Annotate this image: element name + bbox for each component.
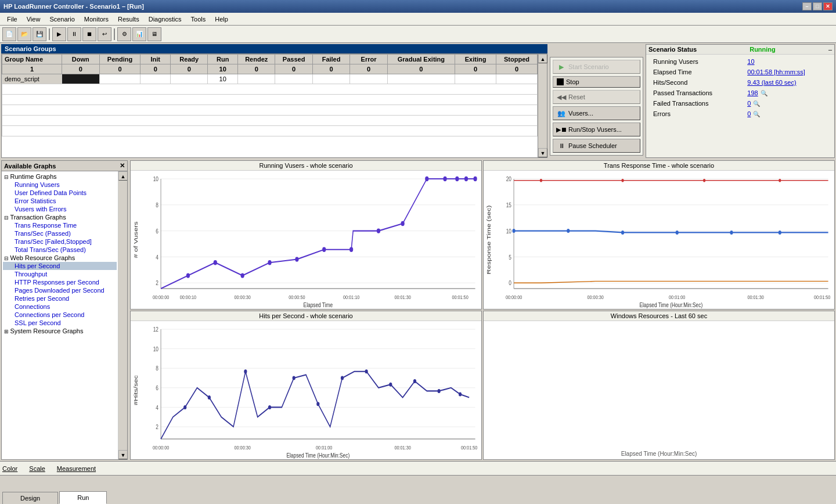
graph-http-responses[interactable]: HTTP Responses per Second: [3, 278, 117, 286]
status-value-failedtx[interactable]: 0: [747, 100, 751, 107]
status-minimize[interactable]: –: [828, 46, 832, 53]
status-row-failedtx: Failed Transactions 0 🔍: [648, 99, 832, 108]
status-row-elapsed: Elapsed Time 00:01:58 [hh:mm:ss]: [648, 67, 832, 77]
tab-run[interactable]: Run: [59, 491, 107, 504]
graph-trans-sec-passed[interactable]: Trans/Sec (Passed): [3, 229, 117, 237]
summary-down: 0: [62, 64, 99, 74]
toolbar-btn5[interactable]: ⏸: [67, 27, 81, 41]
menu-view[interactable]: View: [22, 15, 45, 24]
close-button[interactable]: ✕: [823, 2, 833, 10]
status-row-vusers: Running Vusers 10: [648, 57, 832, 66]
search-errors-icon[interactable]: 🔍: [753, 111, 760, 117]
lower-area: Available Graphs ✕ Runtime Graphs Runnin…: [0, 159, 836, 461]
svg-text:00:01:10: 00:01:10: [343, 294, 360, 300]
svg-text:8: 8: [156, 201, 158, 208]
toolbar-save[interactable]: 💾: [33, 27, 46, 41]
svg-text:15: 15: [506, 201, 512, 208]
menu-help[interactable]: Help: [210, 15, 233, 24]
legend-measurement-tab[interactable]: Measurement: [57, 465, 96, 472]
legend-color-tab[interactable]: Color: [2, 465, 17, 472]
scenario-groups-title: Scenario Groups: [1, 44, 547, 53]
toolbar-btn4[interactable]: ▶: [52, 27, 66, 41]
status-value-vusers[interactable]: 10: [747, 58, 754, 65]
graphs-list-scrollbar[interactable]: ▲ ▼: [118, 171, 127, 459]
graph-vusers-errors[interactable]: Vusers with Errors: [3, 205, 117, 213]
minimize-button[interactable]: –: [802, 2, 812, 10]
graph-trans-response[interactable]: Trans Response Time: [3, 221, 117, 229]
maximize-button[interactable]: □: [813, 2, 822, 10]
status-value-elapsed[interactable]: 00:01:58 [hh:mm:ss]: [747, 69, 805, 75]
scroll-up[interactable]: ▲: [538, 54, 547, 63]
svg-text:Elapsed Time: Elapsed Time: [304, 301, 333, 308]
graph-user-defined[interactable]: User Defined Data Points: [3, 189, 117, 197]
menu-scenario[interactable]: Scenario: [45, 15, 79, 24]
status-value-hits[interactable]: 9.43 (last 60 sec): [747, 79, 796, 86]
svg-text:20: 20: [506, 175, 512, 182]
svg-text:00:01:00: 00:01:00: [316, 444, 333, 451]
search-passed-icon[interactable]: 🔍: [761, 90, 767, 96]
svg-text:#Hits/sec: #Hits/sec: [133, 375, 139, 405]
menu-monitors[interactable]: Monitors: [80, 15, 113, 24]
stop-button[interactable]: Stop: [553, 76, 640, 88]
run-stop-vusers-button[interactable]: ▶⏹ Run/Stop Vusers...: [553, 123, 640, 136]
toolbar-btn8[interactable]: ⚙: [117, 27, 131, 41]
status-value-errors[interactable]: 0: [747, 110, 751, 117]
graph-retries[interactable]: Retries per Second: [3, 294, 117, 303]
tab-design[interactable]: Design: [2, 492, 58, 504]
menu-tools[interactable]: Tools: [186, 15, 211, 24]
col-pending: Pending: [99, 55, 140, 64]
category-web-resource[interactable]: Web Resource Graphs: [3, 254, 117, 262]
graphs-list: Runtime Graphs Running Vusers User Defin…: [2, 171, 118, 459]
summary-count: 1: [2, 64, 62, 74]
toolbar-btn10[interactable]: 🖥: [147, 27, 161, 41]
toolbar-btn9[interactable]: 📊: [132, 27, 146, 41]
col-error: Error: [350, 55, 387, 64]
start-scenario-button[interactable]: ▶ Start Scenario: [553, 60, 640, 74]
category-transaction[interactable]: Transaction Graphs: [3, 213, 117, 221]
svg-text:00:01:30: 00:01:30: [394, 444, 411, 451]
category-runtime[interactable]: Runtime Graphs: [3, 172, 117, 181]
search-failedtx-icon[interactable]: 🔍: [753, 100, 760, 107]
reset-button[interactable]: ◀◀ Reset: [553, 90, 640, 104]
pause-scheduler-button[interactable]: ⏸ Pause Scheduler: [553, 139, 640, 153]
graph-trans-sec-failed[interactable]: Trans/Sec [Failed,Stopped]: [3, 237, 117, 246]
scroll-down[interactable]: ▼: [538, 148, 547, 157]
toolbar-btn6[interactable]: ⏹: [82, 27, 96, 41]
graphs-panel-title: Available Graphs: [4, 163, 56, 170]
svg-point-86: [365, 369, 368, 373]
graph-pages-downloaded[interactable]: Pages Downloaded per Second: [3, 286, 117, 294]
svg-point-26: [473, 177, 477, 181]
graphs-panel-close[interactable]: ✕: [120, 162, 125, 170]
menu-file[interactable]: File: [2, 15, 22, 24]
graphs-scroll-up[interactable]: ▲: [118, 171, 127, 181]
chart-trans-response-svg: Response Time (sec) 20 15 10 5 0: [484, 171, 834, 309]
graph-running-vusers[interactable]: Running Vusers: [3, 181, 117, 189]
status-value-passed[interactable]: 198: [747, 89, 758, 96]
controls-spacer: [550, 44, 643, 57]
graph-ssl[interactable]: SSL per Second: [3, 319, 117, 327]
graph-error-stats[interactable]: Error Statistics: [3, 197, 117, 205]
graph-connections-per-sec[interactable]: Connections per Second: [3, 311, 117, 319]
graph-hits-per-second[interactable]: Hits per Second: [3, 262, 117, 270]
vusers-button[interactable]: 👥 Vusers...: [553, 106, 640, 120]
row-down: [62, 74, 99, 84]
legend-scale-tab[interactable]: Scale: [29, 465, 45, 472]
status-row-hits: Hits/Second 9.43 (last 60 sec): [648, 78, 832, 87]
groups-scrollbar[interactable]: ▲ ▼: [538, 54, 547, 157]
svg-text:4: 4: [156, 253, 158, 260]
graph-throughput[interactable]: Throughput: [3, 270, 117, 278]
toolbar-new[interactable]: 📄: [2, 27, 16, 41]
chart-running-vusers-svg: # of Vusers 10 8 6 4 2: [131, 171, 481, 309]
menu-results[interactable]: Results: [113, 15, 144, 24]
start-icon: ▶: [557, 62, 566, 71]
toolbar-btn7[interactable]: ↩: [98, 27, 111, 41]
menu-diagnostics[interactable]: Diagnostics: [144, 15, 186, 24]
upper-area: Scenario Groups Group Name Down Pending …: [0, 43, 836, 159]
toolbar-open[interactable]: 📂: [17, 27, 31, 41]
status-running: Running: [749, 46, 776, 53]
svg-point-84: [316, 402, 319, 406]
graph-connections[interactable]: Connections: [3, 303, 117, 311]
category-system-resource[interactable]: System Resource Graphs: [3, 327, 117, 335]
graph-total-trans[interactable]: Total Trans/Sec (Passed): [3, 246, 117, 254]
graphs-scroll-down[interactable]: ▼: [118, 450, 127, 459]
